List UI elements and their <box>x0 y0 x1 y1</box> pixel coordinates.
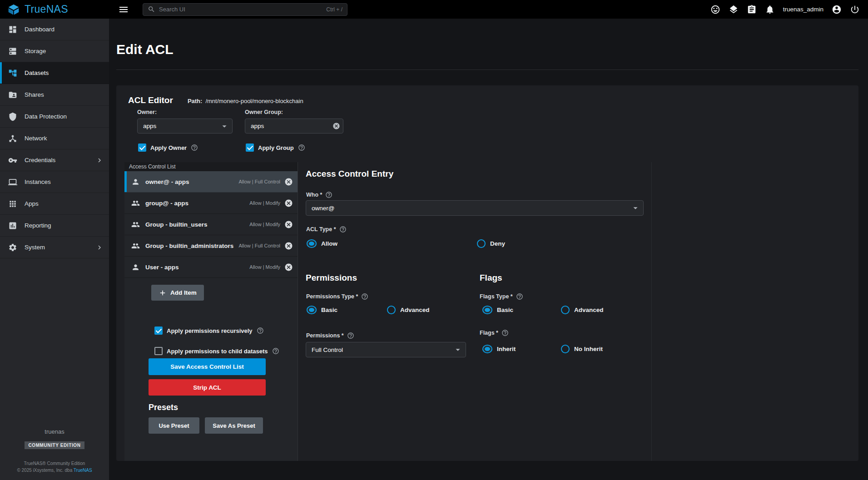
help-icon[interactable] <box>298 144 305 151</box>
truenas-logo-icon <box>7 3 20 16</box>
owner-group-input[interactable]: apps <box>245 119 343 134</box>
flags-inherit-radio[interactable]: Inherit <box>482 345 516 353</box>
permissions-select[interactable]: Full Control <box>306 342 466 357</box>
help-icon[interactable] <box>325 191 332 198</box>
shield-icon <box>8 112 17 121</box>
acl-type-label: ACL Type * <box>306 226 347 233</box>
acl-entry-row[interactable]: Group - builtin_administrators Allow | F… <box>124 235 298 257</box>
acl-editor-card: ACL Editor Path:/mnt/monero-pool/monero-… <box>116 85 858 461</box>
chevron-down-icon <box>453 345 463 355</box>
person-icon <box>131 263 140 272</box>
global-search[interactable]: Ctrl + / <box>143 3 347 16</box>
apply-child-checkbox[interactable] <box>154 347 163 355</box>
remove-entry-icon[interactable] <box>284 178 293 186</box>
sidebar-item-shares[interactable]: Shares <box>0 84 109 106</box>
apply-group-checkbox-row[interactable]: Apply Group <box>246 144 305 152</box>
strip-acl-button[interactable]: Strip ACL <box>149 379 266 396</box>
acl-type-allow-radio[interactable]: Allow <box>307 239 337 248</box>
acl-type-deny-radio[interactable]: Deny <box>477 239 505 248</box>
save-as-preset-button[interactable]: Save As Preset <box>205 417 263 434</box>
help-icon[interactable] <box>501 329 509 336</box>
radio-selected[interactable] <box>482 345 492 353</box>
sidebar-item-label: Storage <box>25 48 46 54</box>
topbar-actions: truenas_admin <box>710 5 868 15</box>
radio-unselected[interactable] <box>561 306 570 314</box>
radio-unselected[interactable] <box>561 345 570 353</box>
acl-entry-row[interactable]: Group - builtin_users Allow | Modify <box>124 214 298 235</box>
chevron-right-icon <box>95 156 104 164</box>
flags-type-advanced-radio[interactable]: Advanced <box>561 306 604 314</box>
checklist-clipboard-icon[interactable] <box>747 5 757 15</box>
apply-owner-checkbox-row[interactable]: Apply Owner <box>138 144 198 152</box>
permissions-type-advanced-radio[interactable]: Advanced <box>387 306 430 314</box>
help-icon[interactable] <box>516 293 523 300</box>
truenas-link[interactable]: TrueNAS <box>74 468 92 473</box>
help-icon[interactable] <box>272 347 279 355</box>
apply-recursive-checkbox-row[interactable]: Apply permissions recursively <box>154 327 264 335</box>
sidebar-item-network[interactable]: Network <box>0 128 109 149</box>
flags-no-inherit-radio[interactable]: No Inherit <box>561 345 603 353</box>
search-icon <box>148 5 155 13</box>
search-input[interactable] <box>159 6 322 13</box>
radio-unselected[interactable] <box>387 306 396 314</box>
acl-entry-row[interactable]: owner@ - apps Allow | Full Control <box>124 171 298 193</box>
use-preset-button[interactable]: Use Preset <box>149 417 199 434</box>
folder-shared-icon <box>8 90 17 99</box>
sidebar: Dashboard Storage Datasets Shares Data P… <box>0 19 109 480</box>
apply-group-checkbox[interactable] <box>246 144 254 152</box>
radio-selected[interactable] <box>482 306 492 314</box>
owner-select[interactable]: apps <box>137 119 233 134</box>
radio-selected[interactable] <box>307 306 317 314</box>
flags-label: Flags * <box>480 329 509 336</box>
apply-recursive-checkbox[interactable] <box>154 327 163 335</box>
group-icon <box>131 220 140 229</box>
power-icon[interactable] <box>850 5 860 15</box>
help-icon[interactable] <box>347 332 354 339</box>
jobs-layers-icon[interactable] <box>729 5 739 15</box>
sidebar-item-label: Dashboard <box>25 26 55 33</box>
help-icon[interactable] <box>361 293 368 300</box>
sidebar-item-datasets[interactable]: Datasets <box>0 62 109 84</box>
feedback-smiley-icon[interactable] <box>710 5 720 15</box>
alerts-bell-icon[interactable] <box>765 5 775 15</box>
user-avatar-icon[interactable] <box>832 5 842 15</box>
radio-unselected[interactable] <box>477 239 486 248</box>
sidebar-item-storage[interactable]: Storage <box>0 40 109 62</box>
permissions-type-basic-radio[interactable]: Basic <box>307 306 337 314</box>
sidebar-item-label: Reporting <box>25 222 51 229</box>
sidebar-item-dashboard[interactable]: Dashboard <box>0 19 109 40</box>
chevron-right-icon <box>95 243 104 252</box>
truenas-logo[interactable]: TrueNAS <box>0 3 109 16</box>
remove-entry-icon[interactable] <box>284 242 293 250</box>
help-icon[interactable] <box>339 226 347 233</box>
group-icon <box>131 242 140 250</box>
dataset-path: Path:/mnt/monero-pool/monero-blockchain <box>188 98 303 104</box>
sidebar-item-instances[interactable]: Instances <box>0 171 109 193</box>
sidebar-item-data-protection[interactable]: Data Protection <box>0 106 109 128</box>
sidebar-item-system[interactable]: System <box>0 237 109 258</box>
sidebar-item-credentials[interactable]: Credentials <box>0 149 109 171</box>
remove-entry-icon[interactable] <box>284 199 293 208</box>
username-label[interactable]: truenas_admin <box>783 6 823 13</box>
hamburger-menu-icon[interactable] <box>118 4 129 15</box>
clear-icon[interactable] <box>332 122 340 130</box>
save-acl-button[interactable]: Save Access Control List <box>149 358 266 375</box>
flags-type-basic-radio[interactable]: Basic <box>482 306 513 314</box>
sidebar-item-reporting[interactable]: Reporting <box>0 215 109 237</box>
acl-list-heading: Access Control List <box>124 162 298 171</box>
add-item-button[interactable]: Add Item <box>151 285 204 301</box>
who-select[interactable]: owner@ <box>306 200 644 216</box>
acl-entry-row[interactable]: User - apps Allow | Modify <box>124 257 298 278</box>
radio-selected[interactable] <box>307 239 317 248</box>
sidebar-item-label: System <box>25 244 45 251</box>
apply-child-checkbox-row[interactable]: Apply permissions to child datasets <box>154 347 279 355</box>
apply-owner-checkbox[interactable] <box>138 144 146 152</box>
group-icon <box>131 199 140 208</box>
sidebar-item-apps[interactable]: Apps <box>0 193 109 215</box>
remove-entry-icon[interactable] <box>284 220 293 229</box>
acl-entry-row[interactable]: group@ - apps Allow | Modify <box>124 193 298 214</box>
storage-icon <box>8 47 17 56</box>
remove-entry-icon[interactable] <box>284 263 293 272</box>
help-icon[interactable] <box>257 327 264 334</box>
help-icon[interactable] <box>191 144 198 151</box>
